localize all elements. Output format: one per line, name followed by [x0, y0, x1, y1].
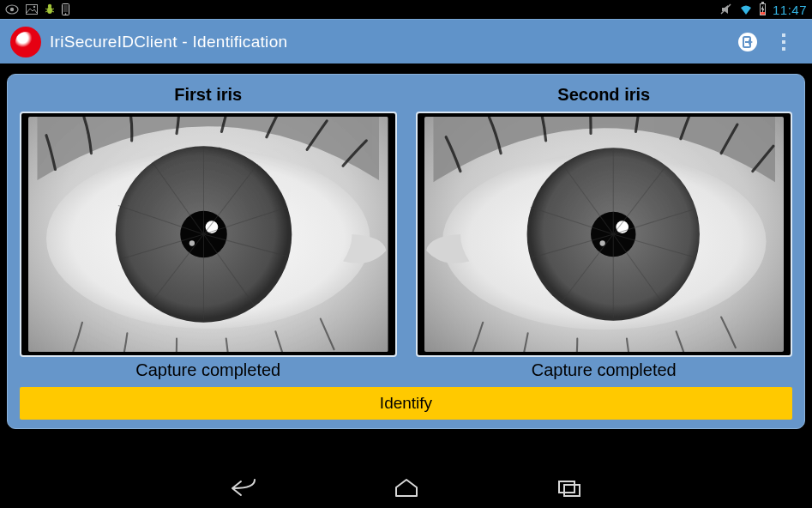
- svg-point-22: [189, 240, 195, 245]
- svg-point-1: [10, 8, 14, 11]
- logout-button[interactable]: [730, 24, 766, 60]
- second-iris-image: [424, 117, 785, 352]
- android-nav-bar: [0, 469, 812, 508]
- svg-point-38: [599, 240, 604, 245]
- wifi-icon: [739, 4, 753, 15]
- nav-home-button[interactable]: [381, 471, 432, 505]
- second-iris-capture[interactable]: [416, 112, 793, 357]
- second-iris-panel: Second iris: [416, 85, 793, 384]
- svg-rect-2: [27, 5, 38, 15]
- eye-notification-icon: [5, 4, 19, 15]
- svg-point-12: [65, 13, 67, 15]
- first-iris-label: First iris: [174, 85, 242, 105]
- back-icon: [229, 478, 258, 499]
- overflow-menu-button[interactable]: [766, 24, 802, 60]
- svg-line-9: [52, 11, 54, 12]
- home-icon: [394, 478, 419, 499]
- mute-icon: [720, 3, 732, 15]
- overflow-menu-icon: [782, 33, 785, 51]
- device-notification-icon: [62, 3, 69, 15]
- identify-button[interactable]: Identify: [20, 387, 792, 420]
- content-panel: First iris: [7, 74, 805, 429]
- first-iris-status: Capture completed: [135, 360, 280, 380]
- first-iris-capture[interactable]: [20, 112, 397, 357]
- image-notification-icon: [26, 4, 38, 15]
- svg-point-5: [48, 4, 51, 8]
- recent-apps-icon: [556, 479, 582, 498]
- logout-icon: [737, 31, 759, 53]
- svg-line-8: [45, 11, 47, 12]
- app-logo-icon: [10, 27, 41, 57]
- svg-rect-11: [63, 5, 68, 12]
- svg-point-3: [33, 6, 35, 8]
- first-iris-panel: First iris: [20, 85, 397, 384]
- first-iris-image: [28, 117, 388, 352]
- android-status-bar: 11:47: [0, 0, 812, 19]
- svg-rect-50: [564, 485, 580, 496]
- svg-line-7: [52, 9, 54, 9]
- battery-icon: [760, 3, 766, 15]
- app-action-bar: IriSecureIDClient - Identification: [0, 19, 812, 64]
- second-iris-status: Capture completed: [532, 360, 677, 380]
- app-title: IriSecureIDClient - Identification: [50, 33, 730, 51]
- svg-line-6: [45, 9, 47, 9]
- nav-back-button[interactable]: [218, 471, 269, 505]
- status-clock: 11:47: [773, 3, 807, 17]
- second-iris-label: Second iris: [557, 85, 650, 105]
- android-debug-icon: [45, 3, 55, 15]
- svg-rect-49: [559, 481, 574, 493]
- nav-recent-button[interactable]: [544, 471, 595, 505]
